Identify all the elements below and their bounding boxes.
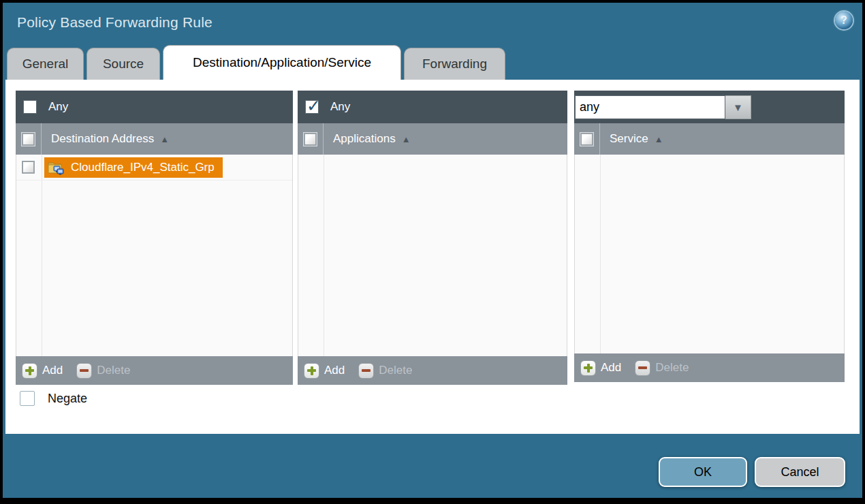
sort-ascending-icon: ▲ <box>160 134 169 144</box>
destination-delete-button[interactable]: Delete <box>76 363 130 379</box>
applications-header-label: Applications <box>333 132 396 146</box>
delete-minus-icon <box>76 363 92 379</box>
service-toolbar: Add Delete <box>574 353 845 382</box>
add-plus-icon <box>580 360 596 376</box>
add-plus-icon <box>22 363 37 379</box>
applications-column: Any Applications ▲ Add Delete <box>298 91 567 385</box>
delete-minus-icon <box>635 360 650 376</box>
destination-address-item[interactable]: Cloudflare_IPv4_Static_Grp <box>44 157 223 178</box>
destination-select-all-checkbox <box>22 133 35 146</box>
destination-add-button[interactable]: Add <box>22 363 63 379</box>
table-row: Cloudflare_IPv4_Static_Grp <box>16 155 292 180</box>
dropdown-arrow-icon[interactable]: ▼ <box>725 95 751 119</box>
service-header-label: Service <box>610 132 648 146</box>
destination-header-label: Destination Address <box>51 132 154 146</box>
destination-any-label: Any <box>48 100 68 114</box>
applications-toolbar: Add Delete <box>298 356 567 385</box>
applications-any-checkbox[interactable] <box>305 100 319 114</box>
destination-any-checkbox[interactable] <box>23 100 37 114</box>
applications-delete-button[interactable]: Delete <box>358 363 412 379</box>
tab-content-panel: Any Destination Address ▲ <box>5 80 860 434</box>
row-checkbox[interactable] <box>22 161 35 174</box>
applications-column-header[interactable]: Applications ▲ <box>298 123 567 155</box>
service-add-button[interactable]: Add <box>580 360 621 376</box>
destination-address-column: Any Destination Address ▲ <box>16 91 293 385</box>
service-select-all-checkbox <box>580 133 593 146</box>
service-mode-input[interactable] <box>575 95 725 119</box>
negate-label: Negate <box>48 392 87 406</box>
service-list <box>574 155 845 353</box>
destination-address-value: Cloudflare_IPv4_Static_Grp <box>71 161 215 174</box>
applications-select-all-checkbox <box>304 133 317 146</box>
service-delete-button[interactable]: Delete <box>635 360 689 376</box>
cancel-button[interactable]: Cancel <box>755 457 845 487</box>
service-column-header[interactable]: Service ▲ <box>574 123 845 155</box>
ok-button[interactable]: OK <box>659 457 747 487</box>
applications-any-label: Any <box>330 100 350 114</box>
delete-minus-icon <box>358 363 374 379</box>
policy-based-forwarding-dialog: { "window": { "title": "Policy Based For… <box>0 0 865 504</box>
negate-checkbox[interactable] <box>20 391 35 406</box>
destination-column-header[interactable]: Destination Address ▲ <box>16 123 293 155</box>
dialog-title: Policy Based Forwarding Rule <box>17 14 213 31</box>
tab-general[interactable]: General <box>7 48 84 80</box>
tab-forwarding[interactable]: Forwarding <box>404 48 505 80</box>
tab-source[interactable]: Source <box>86 48 160 80</box>
service-column: ▼ Service ▲ Add Delete <box>574 91 845 382</box>
service-dropdown-bar: ▼ <box>574 91 845 123</box>
negate-option: Negate <box>20 391 87 406</box>
sort-ascending-icon: ▲ <box>655 134 663 144</box>
applications-list <box>298 155 567 356</box>
destination-list: Cloudflare_IPv4_Static_Grp <box>16 155 293 356</box>
tab-bar: General Source Destination/Application/S… <box>7 45 505 80</box>
tab-destination-application-service[interactable]: Destination/Application/Service <box>163 45 401 80</box>
sort-ascending-icon: ▲ <box>402 134 411 144</box>
address-group-icon <box>48 160 65 175</box>
add-plus-icon <box>304 363 319 379</box>
service-mode-dropdown: ▼ <box>575 95 751 119</box>
applications-add-button[interactable]: Add <box>304 363 345 379</box>
dialog-window: Policy Based Forwarding Rule ? General S… <box>3 3 862 498</box>
destination-any-bar: Any <box>16 91 293 123</box>
applications-any-bar: Any <box>298 91 567 123</box>
destination-toolbar: Add Delete <box>16 356 293 385</box>
help-icon[interactable]: ? <box>835 12 853 29</box>
